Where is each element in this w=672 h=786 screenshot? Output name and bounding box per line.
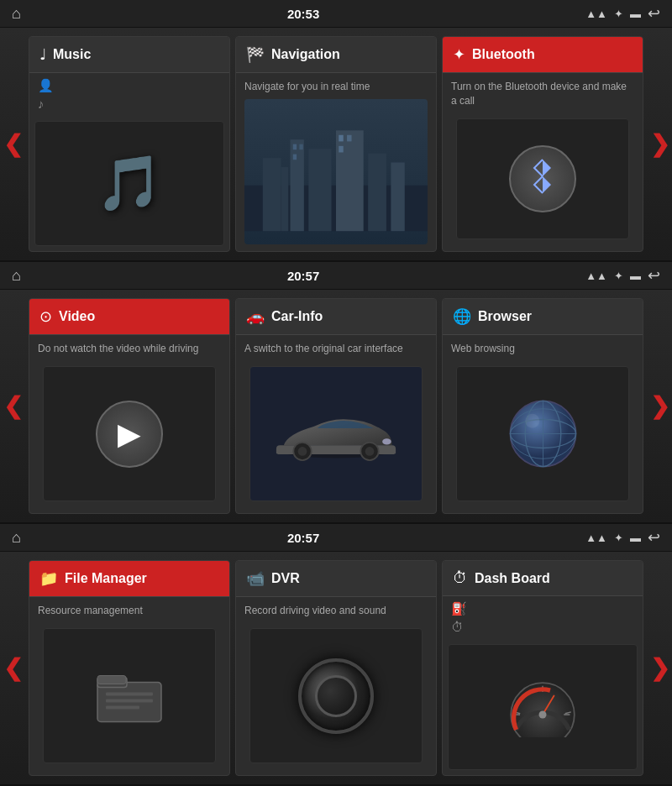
camera-lens-icon — [298, 658, 374, 734]
camera-lens-inner — [315, 675, 357, 717]
svg-point-16 — [298, 447, 307, 456]
svg-rect-29 — [106, 692, 153, 695]
svg-rect-9 — [293, 155, 297, 160]
wifi-icon-3: ▲▲ — [585, 532, 607, 544]
filemanager-card[interactable]: 📁 File Manager Resource management — [29, 560, 230, 776]
video-title: Video — [59, 309, 95, 324]
svg-rect-11 — [339, 135, 343, 142]
dvr-header-icon: 📹 — [246, 569, 265, 588]
right-arrow-1[interactable]: ❯ — [647, 28, 672, 260]
battery-icon-2: ▬ — [630, 270, 641, 282]
dvr-description: Record driving video and sound — [244, 604, 428, 618]
left-arrow-1[interactable]: ❮ — [0, 28, 25, 260]
bt-header-icon: ✦ — [453, 45, 465, 64]
camera-visual — [249, 628, 423, 763]
gauge-svg — [505, 677, 580, 737]
browser-card[interactable]: 🌐 Browser Web browsing — [442, 298, 643, 514]
home-icon-3[interactable]: ⌂ — [12, 529, 21, 547]
battery-icon-1: ▬ — [630, 8, 641, 20]
bt-description: Turn on the Bluetooth device and make a … — [451, 80, 634, 108]
browser-description: Web browsing — [451, 342, 634, 356]
music-sub-icon-note: ♪ — [38, 97, 221, 111]
play-button-icon: ▶ — [96, 401, 163, 468]
svg-rect-31 — [106, 705, 139, 709]
bt-icon-3: ✦ — [614, 532, 623, 544]
filemanager-description: Resource management — [38, 604, 221, 618]
app-container: ⌂ 20:53 ▲▲ ✦ ▬ ↩ ❮ ♩ Music 👤 ♪ 🎵 — [0, 0, 672, 786]
bt-icon-2: ✦ — [614, 270, 623, 282]
filemanager-header-icon: 📁 — [39, 569, 58, 588]
screen-1: ❮ ♩ Music 👤 ♪ 🎵 🏁 Navi — [0, 28, 672, 262]
dashboard-card[interactable]: ⏱ Dash Board ⛽ ⏱ — [442, 560, 643, 776]
nav-body: Navigate for you in real time — [236, 73, 436, 251]
left-arrow-2[interactable]: ❮ — [0, 290, 25, 522]
svg-rect-13 — [339, 146, 343, 153]
svg-rect-2 — [291, 139, 304, 231]
navigation-card-header: 🏁 Navigation — [236, 37, 436, 73]
video-body: Do not watch the video while driving ▶ — [29, 335, 229, 513]
video-header-icon: ⊙ — [39, 307, 52, 326]
nav-title: Navigation — [271, 47, 340, 62]
dashboard-gauge-icon: ⏱ — [451, 620, 634, 634]
music-header-icon: ♩ — [39, 45, 46, 64]
carinfo-card-header: 🚗 Car-Info — [236, 299, 436, 335]
folder-visual — [43, 628, 216, 763]
bluetooth-card[interactable]: ✦ Bluetooth Turn on the Bluetooth device… — [442, 36, 643, 252]
dvr-card[interactable]: 📹 DVR Record driving video and sound — [235, 560, 437, 776]
svg-rect-12 — [347, 135, 351, 142]
svg-rect-10 — [299, 144, 302, 150]
status-bar-2: ⌂ 20:57 ▲▲ ✦ ▬ ↩ — [0, 262, 672, 290]
svg-rect-4 — [336, 131, 364, 232]
browser-body: Web browsing — [443, 335, 643, 513]
svg-point-19 — [382, 438, 391, 444]
bt-visual — [456, 118, 629, 239]
time-display-3: 20:57 — [287, 531, 319, 545]
screen-3: ❮ 📁 File Manager Resource management — [0, 552, 672, 786]
filemanager-card-header: 📁 File Manager — [29, 561, 229, 597]
svg-point-40 — [539, 711, 547, 719]
navigation-card[interactable]: 🏁 Navigation Navigate for you in real ti… — [235, 36, 437, 252]
cards-row-3: 📁 File Manager Resource management — [25, 552, 647, 784]
video-card-header: ⊙ Video — [29, 299, 229, 335]
music-card[interactable]: ♩ Music 👤 ♪ 🎵 — [29, 36, 230, 252]
svg-rect-6 — [391, 163, 404, 232]
filemanager-title: File Manager — [65, 571, 147, 586]
nav-description: Navigate for you in real time — [244, 80, 428, 94]
svg-rect-32 — [97, 675, 126, 684]
bt-body: Turn on the Bluetooth device and make a … — [443, 73, 643, 251]
back-icon-1[interactable]: ↩ — [648, 4, 660, 23]
browser-title: Browser — [478, 309, 532, 324]
music-visual: 🎵 — [34, 121, 224, 246]
carinfo-card[interactable]: 🚗 Car-Info A switch to the original car … — [235, 298, 437, 514]
carinfo-title: Car-Info — [271, 309, 323, 324]
carinfo-body: A switch to the original car interface — [236, 335, 436, 513]
gauge-visual — [448, 644, 638, 770]
music-title: Music — [53, 47, 91, 62]
svg-point-18 — [365, 447, 375, 456]
right-arrow-3[interactable]: ❯ — [647, 552, 672, 784]
back-icon-3[interactable]: ↩ — [648, 528, 660, 547]
music-sub-icon-person: 👤 — [38, 78, 221, 93]
dvr-title: DVR — [271, 571, 300, 586]
home-icon-2[interactable]: ⌂ — [12, 267, 21, 285]
dashboard-title: Dash Board — [475, 571, 550, 586]
home-icon[interactable]: ⌂ — [12, 5, 21, 23]
browser-card-header: 🌐 Browser — [443, 299, 643, 335]
folder-icon — [94, 660, 165, 731]
svg-rect-7 — [281, 167, 289, 231]
nav-header-icon: 🏁 — [246, 45, 265, 64]
car-header-icon: 🚗 — [246, 307, 265, 326]
right-arrow-2[interactable]: ❯ — [647, 290, 672, 522]
svg-rect-8 — [293, 144, 297, 150]
music-card-header: ♩ Music — [29, 37, 229, 73]
back-icon-2[interactable]: ↩ — [648, 266, 660, 285]
globe-icon — [507, 398, 579, 469]
video-description: Do not watch the video while driving — [38, 342, 221, 356]
left-arrow-3[interactable]: ❮ — [0, 552, 25, 784]
svg-rect-3 — [308, 149, 331, 231]
cards-row-1: ♩ Music 👤 ♪ 🎵 🏁 Navigation Naviga — [25, 28, 647, 260]
dashboard-header-icon: ⏱ — [453, 569, 468, 587]
time-display-2: 20:57 — [287, 269, 319, 283]
bt-symbol — [509, 145, 576, 212]
video-card[interactable]: ⊙ Video Do not watch the video while dri… — [29, 298, 230, 514]
